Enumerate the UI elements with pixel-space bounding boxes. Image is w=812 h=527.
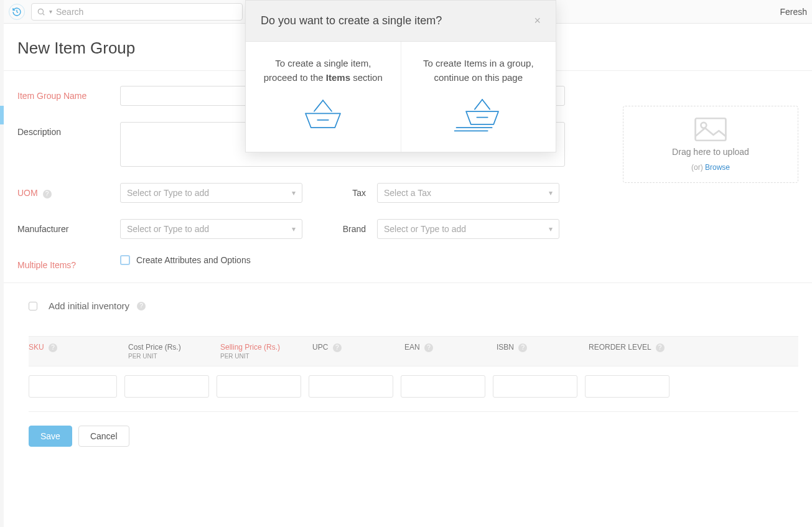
upload-browse-link[interactable]: Browse xyxy=(705,163,730,172)
lower-section: Add initial inventory ? SKU ? Cost Price… xyxy=(4,282,812,460)
select-uom[interactable]: Select or Type to add ▾ xyxy=(120,183,302,203)
row-uom-tax: UOM ? Select or Type to add ▾ Tax Select… xyxy=(17,183,798,203)
global-search[interactable]: ▾ xyxy=(31,3,243,21)
label-add-initial-inventory: Add initial inventory xyxy=(49,301,129,311)
help-icon[interactable]: ? xyxy=(43,190,52,198)
help-icon[interactable]: ? xyxy=(333,343,342,352)
table-row xyxy=(29,366,798,412)
modal-option-single-item[interactable]: To create a single item, proceed to the … xyxy=(246,42,401,152)
search-icon xyxy=(37,7,45,16)
label-item-group-name: Item Group Name xyxy=(17,86,120,101)
chevron-down-icon: ▾ xyxy=(549,225,553,233)
svg-marker-6 xyxy=(466,111,498,124)
label-multiple-items: Multiple Items? xyxy=(17,255,120,270)
input-cost-price[interactable] xyxy=(124,375,209,398)
create-item-modal: Do you want to create a single item? × T… xyxy=(245,0,556,152)
search-input[interactable] xyxy=(56,7,237,17)
help-icon[interactable]: ? xyxy=(518,343,527,352)
input-selling-price[interactable] xyxy=(217,375,301,398)
close-icon: × xyxy=(534,14,541,27)
row-manufacturer-brand: Manufacturer Select or Type to add ▾ Bra… xyxy=(17,219,798,239)
app-logo[interactable] xyxy=(9,4,25,20)
col-sku: SKU ? xyxy=(29,343,121,360)
label-brand: Brand xyxy=(340,224,377,234)
upload-or-text: (or) xyxy=(691,163,705,172)
select-brand[interactable]: Select or Type to add ▾ xyxy=(377,219,559,239)
chevron-down-icon: ▾ xyxy=(292,225,296,233)
input-reorder-level[interactable] xyxy=(585,375,670,398)
table-header: SKU ? Cost Price (Rs.) PER UNIT Selling … xyxy=(29,336,798,366)
basket-icon xyxy=(301,97,345,132)
svg-point-3 xyxy=(701,123,706,128)
history-icon xyxy=(12,7,22,17)
help-icon[interactable]: ? xyxy=(656,343,665,352)
input-isbn[interactable] xyxy=(493,375,577,398)
svg-point-0 xyxy=(38,9,43,14)
modal-body: To create a single item, proceed to the … xyxy=(246,42,556,152)
col-selling-price: Selling Price (Rs.) PER UNIT xyxy=(213,343,305,360)
modal-option-text: To create a single item, proceed to the … xyxy=(258,57,388,85)
form-actions: Save Cancel xyxy=(29,412,798,460)
save-button[interactable]: Save xyxy=(29,426,72,447)
row-multiple-items: Multiple Items? Create Attributes and Op… xyxy=(17,255,798,270)
label-manufacturer: Manufacturer xyxy=(17,219,120,234)
label-create-attributes: Create Attributes and Options xyxy=(136,255,251,265)
modal-close-button[interactable]: × xyxy=(534,14,541,27)
items-table: SKU ? Cost Price (Rs.) PER UNIT Selling … xyxy=(29,336,798,412)
chevron-down-icon: ▾ xyxy=(549,189,553,197)
row-add-initial-inventory: Add initial inventory ? xyxy=(29,301,798,311)
help-icon[interactable]: ? xyxy=(49,343,57,352)
svg-line-1 xyxy=(43,13,45,15)
col-upc: UPC ? xyxy=(305,343,397,360)
help-icon[interactable]: ? xyxy=(137,302,146,310)
col-cost-price: Cost Price (Rs.) PER UNIT xyxy=(121,343,213,360)
help-icon[interactable]: ? xyxy=(424,343,433,352)
select-manufacturer[interactable]: Select or Type to add ▾ xyxy=(120,219,302,239)
modal-option-item-group[interactable]: To create Items in a group, continue on … xyxy=(401,42,556,152)
user-menu[interactable]: Feresh xyxy=(780,7,807,17)
checkbox-create-attributes[interactable] xyxy=(120,255,130,265)
modal-option-text: To create Items in a group, continue on … xyxy=(414,57,544,85)
cancel-button[interactable]: Cancel xyxy=(78,426,129,447)
col-reorder-level: REORDER LEVEL ? xyxy=(581,343,681,360)
select-tax[interactable]: Select a Tax ▾ xyxy=(377,183,559,203)
label-description: Description xyxy=(17,122,120,137)
upload-drag-text: Drag here to upload xyxy=(672,147,749,157)
image-upload-dropzone[interactable]: Drag here to upload (or) Browse xyxy=(623,106,798,183)
input-upc[interactable] xyxy=(309,375,393,398)
modal-header: Do you want to create a single item? × xyxy=(246,1,556,42)
basket-group-icon xyxy=(454,97,503,134)
label-uom: UOM ? xyxy=(17,183,120,198)
label-tax: Tax xyxy=(340,188,377,198)
image-placeholder-icon xyxy=(693,117,728,142)
col-isbn: ISBN ? xyxy=(489,343,581,360)
modal-title: Do you want to create a single item? xyxy=(261,14,442,27)
col-ean: EAN ? xyxy=(397,343,489,360)
checkbox-add-initial-inventory[interactable] xyxy=(29,302,37,310)
input-sku[interactable] xyxy=(29,375,117,398)
input-ean[interactable] xyxy=(401,375,485,398)
search-scope-caret[interactable]: ▾ xyxy=(49,8,52,15)
chevron-down-icon: ▾ xyxy=(292,189,296,197)
svg-rect-2 xyxy=(696,118,726,141)
